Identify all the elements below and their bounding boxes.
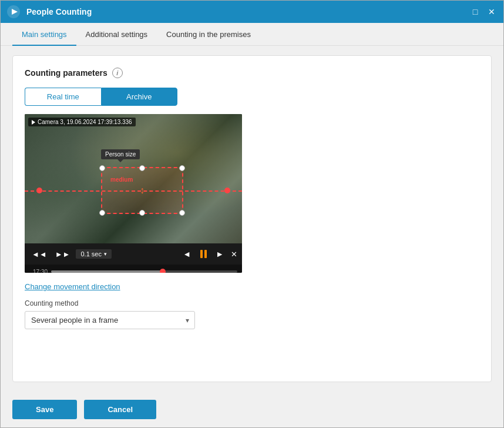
app-logo — [6, 5, 21, 19]
bbox-rect: medium ↕ — [101, 167, 183, 214]
play-icon-small — [32, 120, 35, 125]
info-icon[interactable]: i — [112, 68, 123, 78]
view-mode-toggle: Real time Archive — [25, 88, 177, 106]
camera-label: Camera 3, 19.06.2024 17:39:13.336 — [28, 118, 136, 126]
window-title: People Counting — [26, 7, 469, 16]
counting-method-wrapper: Several people in a frame Single person … — [25, 311, 195, 329]
footer: Save Cancel — [1, 392, 503, 427]
camera-label-text: Camera 3, 19.06.2024 17:39:13.336 — [38, 119, 132, 125]
timeline-track[interactable] — [51, 270, 237, 273]
counting-panel: Counting parameters i Real time Archive … — [12, 55, 492, 382]
playback-controls: ◄◄ ►► 0.1 sec ▾ ◄ ► ✕ — [25, 243, 242, 265]
panel-title: Counting parameters — [25, 68, 107, 78]
line-handle-right[interactable] — [224, 188, 230, 193]
realtime-tab[interactable]: Real time — [25, 88, 101, 106]
bbox-label: medium — [110, 176, 133, 183]
handle-tm[interactable] — [139, 165, 145, 171]
pause-bar-left — [200, 250, 203, 258]
video-preview: Camera 3, 19.06.2024 17:39:13.336 Person… — [25, 114, 242, 273]
save-button[interactable]: Save — [12, 400, 77, 419]
handle-tl[interactable] — [99, 165, 105, 171]
panel-header: Counting parameters i — [25, 68, 479, 78]
time-step-selector[interactable]: 0.1 sec ▾ — [76, 249, 111, 259]
handle-tr[interactable] — [179, 165, 185, 171]
close-button[interactable]: ✕ — [486, 6, 498, 18]
counting-method-select[interactable]: Several people in a frame Single person … — [25, 311, 195, 329]
time-step-chevron: ▾ — [104, 251, 107, 257]
main-window: People Counting □ ✕ Main settings Additi… — [0, 0, 504, 428]
titlebar: People Counting □ ✕ — [1, 1, 503, 23]
content-area: Counting parameters i Real time Archive … — [1, 46, 503, 392]
maximize-button[interactable]: □ — [469, 6, 481, 18]
stop-button[interactable]: ✕ — [231, 250, 237, 259]
handle-br[interactable] — [179, 210, 185, 216]
counting-method-label: Counting method — [25, 299, 479, 307]
tab-main-settings[interactable]: Main settings — [12, 23, 76, 46]
video-scene[interactable]: Camera 3, 19.06.2024 17:39:13.336 Person… — [25, 114, 242, 243]
next-frame-button[interactable]: ►► — [53, 249, 73, 260]
tab-bar: Main settings Additional settings Counti… — [1, 23, 503, 46]
pause-bar-right — [204, 250, 207, 258]
seek-forward-button[interactable]: ► — [213, 248, 226, 260]
timeline-time: 17:30 — [33, 269, 48, 273]
resize-arrows: ↕ — [140, 186, 145, 195]
prev-frame-button[interactable]: ◄◄ — [29, 249, 49, 260]
pause-button[interactable] — [197, 248, 210, 260]
window-controls: □ ✕ — [469, 6, 498, 18]
tab-counting-premises[interactable]: Counting in the premises — [157, 23, 260, 46]
timeline-thumb[interactable] — [160, 269, 166, 273]
handle-bm[interactable] — [139, 210, 145, 216]
timeline[interactable]: 17:30 — [25, 265, 242, 273]
timeline-progress — [51, 270, 163, 273]
change-direction-link[interactable]: Change movement direction — [25, 282, 120, 291]
cancel-button[interactable]: Cancel — [84, 400, 156, 419]
person-size-bbox[interactable]: medium ↕ — [95, 161, 189, 220]
handle-bl[interactable] — [99, 210, 105, 216]
tab-additional-settings[interactable]: Additional settings — [76, 23, 157, 46]
time-step-value: 0.1 sec — [80, 250, 101, 258]
archive-tab[interactable]: Archive — [101, 88, 178, 106]
seek-back-button[interactable]: ◄ — [180, 248, 193, 260]
line-handle-left[interactable] — [36, 188, 42, 193]
person-size-tooltip: Person size — [101, 149, 140, 159]
